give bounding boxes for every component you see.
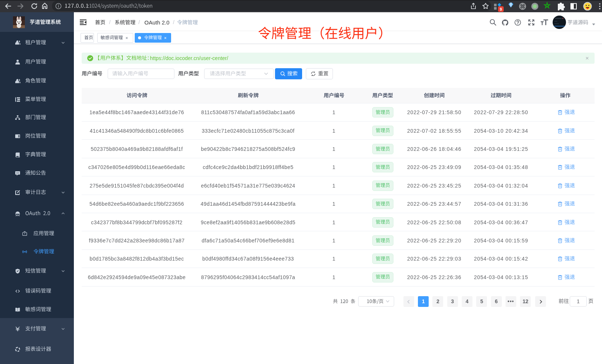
svg-text:9: 9 (500, 7, 502, 11)
